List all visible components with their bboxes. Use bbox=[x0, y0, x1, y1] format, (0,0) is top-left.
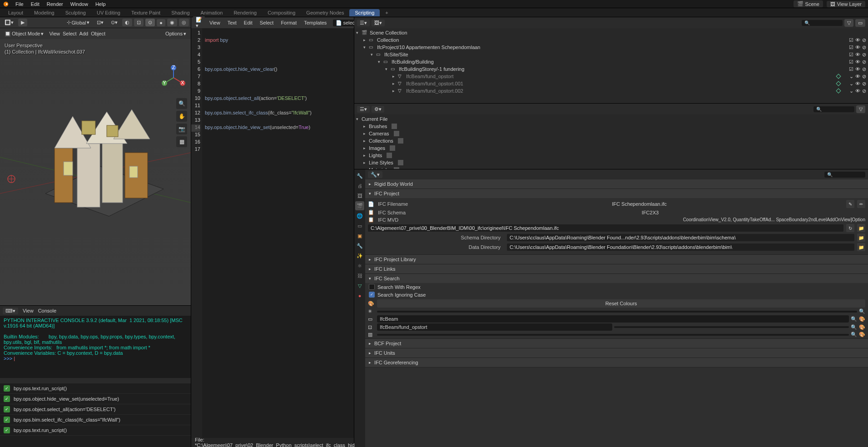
prop-tab-object[interactable]: ▣ bbox=[355, 231, 364, 240]
tab-scripting[interactable]: Scripting bbox=[349, 9, 380, 16]
shading-wire-icon[interactable]: ⊙ bbox=[145, 19, 155, 26]
shading-material-icon[interactable]: ◉ bbox=[167, 19, 177, 26]
search-regex-checkbox[interactable]: Search With Regex bbox=[365, 283, 868, 291]
disclosure-icon[interactable]: ▾ bbox=[378, 60, 383, 64]
viewport-3d[interactable]: User Perspective (1) Collection | IfcWal… bbox=[0, 39, 191, 305]
panel-ifc-search[interactable]: ▾IFC Search bbox=[365, 274, 868, 283]
python-console[interactable]: PYTHON INTERACTIVE CONSOLE 3.9.2 (defaul… bbox=[0, 316, 191, 378]
outliner-row[interactable]: ▾▭IfcSite/Site☑👁⊘ bbox=[354, 51, 868, 58]
text-format-menu[interactable]: Format bbox=[278, 19, 299, 26]
text-text-menu[interactable]: Text bbox=[225, 19, 239, 26]
tab-geometry-nodes[interactable]: Geometry Nodes bbox=[301, 9, 349, 16]
log-entry[interactable]: ✓bpy.ops.object.hide_view_set(unselected… bbox=[0, 394, 191, 404]
zoom-tool-icon[interactable]: 🔍 bbox=[176, 98, 187, 109]
log-entry[interactable]: ✓bpy.ops.object.select_all(action='DESEL… bbox=[0, 404, 191, 415]
reset-colours-button[interactable]: Reset Colours bbox=[377, 299, 865, 308]
outliner-editor-type-dropdown[interactable]: ☰▾ bbox=[357, 20, 370, 26]
menu-window[interactable]: Window bbox=[67, 0, 92, 8]
viewlayer-selector[interactable]: 🖼 View Layer bbox=[827, 1, 865, 7]
text-view-menu[interactable]: View bbox=[207, 19, 223, 26]
search-icon[interactable]: 🔍 bbox=[859, 308, 865, 314]
disclosure-icon[interactable]: ▸ bbox=[363, 168, 369, 169]
disclosure-icon[interactable]: ▸ bbox=[363, 38, 369, 42]
panel-ifc-project[interactable]: ▾IFC Project bbox=[365, 189, 868, 198]
current-file-tree[interactable]: ▾Current File ▸Brushes▸Cameras▸Collectio… bbox=[354, 114, 868, 169]
disclosure-icon[interactable]: ▾ bbox=[385, 67, 391, 71]
text-edit-menu[interactable]: Edit bbox=[241, 19, 255, 26]
outliner-new-collection-icon[interactable]: ▭ bbox=[855, 19, 865, 27]
excl-checkbox-icon[interactable]: ☑ bbox=[849, 37, 853, 43]
ifc-path-field[interactable]: C:\Algemeen\07_prive\00_BlenderBIM_IDM\0… bbox=[368, 224, 843, 232]
category-row[interactable]: ▸Line Styles bbox=[354, 159, 868, 166]
chevron-down-icon[interactable]: ⌄ bbox=[849, 74, 853, 79]
log-entry[interactable]: ✓bpy.ops.text.run_script() bbox=[0, 383, 191, 394]
disable-icon[interactable]: ⊘ bbox=[862, 74, 866, 79]
search-object-field[interactable]: IfcBeam/fund_opstort bbox=[377, 323, 612, 331]
tab-uv-editing[interactable]: UV Editing bbox=[91, 9, 126, 16]
tab-animation[interactable]: Animation bbox=[195, 9, 228, 16]
palette-icon[interactable]: 🎨 bbox=[859, 324, 865, 330]
tab-rendering[interactable]: Rendering bbox=[228, 9, 262, 16]
disable-icon[interactable]: ⊘ bbox=[862, 45, 866, 50]
asset-filter-icon[interactable]: ▽ bbox=[856, 105, 865, 113]
select-menu[interactable]: Select bbox=[63, 31, 77, 36]
eye-icon[interactable]: 👁 bbox=[855, 59, 860, 65]
snap-dropdown[interactable]: ⊡▾ bbox=[94, 19, 106, 26]
disclosure-icon[interactable]: ▸ bbox=[392, 89, 398, 93]
asset-search[interactable]: 🔍 bbox=[813, 106, 854, 112]
object-menu[interactable]: Object bbox=[91, 31, 105, 36]
eye-icon[interactable]: 👁 bbox=[855, 74, 860, 79]
properties-editor-type-dropdown[interactable]: 🔧▾ bbox=[368, 171, 382, 178]
search-class-field[interactable]: IfcBeam bbox=[377, 315, 849, 323]
menu-file[interactable]: File bbox=[12, 0, 27, 8]
panel-ifc-georeferencing[interactable]: ▸IFC Georeferencing bbox=[365, 358, 868, 367]
menu-edit[interactable]: Edit bbox=[27, 0, 43, 8]
category-row[interactable]: ▸Collections bbox=[354, 137, 868, 144]
category-row[interactable]: ▸Lights bbox=[354, 152, 868, 159]
log-entry[interactable]: ✓bpy.ops.text.run_script() bbox=[0, 425, 191, 436]
prop-tab-output[interactable]: 🖨 bbox=[355, 181, 364, 190]
edit-icon[interactable]: ✎ bbox=[846, 200, 854, 208]
console-view-menu[interactable]: View bbox=[23, 308, 34, 313]
eye-icon[interactable]: 👁 bbox=[855, 52, 860, 57]
category-row[interactable]: ▸Materials bbox=[354, 166, 868, 169]
excl-checkbox-icon[interactable]: ☑ bbox=[849, 52, 853, 58]
prop-tab-physics[interactable]: ⚛ bbox=[355, 261, 364, 270]
eye-icon[interactable]: 👁 bbox=[855, 66, 860, 72]
tab-layout[interactable]: Layout bbox=[3, 9, 29, 16]
disclosure-icon[interactable]: ▸ bbox=[392, 74, 398, 79]
prop-tab-material[interactable]: ● bbox=[355, 291, 364, 300]
palette-icon[interactable]: 🎨 bbox=[859, 332, 865, 338]
outliner-row[interactable]: ▸▽IfcBeam/fund_opstort⌄👁⊘ bbox=[354, 73, 868, 80]
prop-tab-modifier[interactable]: 🔧 bbox=[355, 241, 364, 250]
camera-tool-icon[interactable]: 📷 bbox=[176, 124, 187, 134]
view-menu[interactable]: View bbox=[49, 31, 60, 36]
persp-tool-icon[interactable]: ▦ bbox=[176, 136, 187, 147]
panel-ifc-project-library[interactable]: ▸IFC Project Library bbox=[365, 255, 868, 264]
tab-shading[interactable]: Shading bbox=[166, 9, 195, 16]
disable-icon[interactable]: ⊘ bbox=[862, 88, 866, 94]
disclosure-icon[interactable]: ▸ bbox=[363, 146, 369, 150]
menu-help[interactable]: Help bbox=[92, 0, 109, 8]
schema-dir-field[interactable]: C:\Users\cclaus\AppData\Roaming\Blender … bbox=[507, 234, 854, 241]
disable-icon[interactable]: ⊘ bbox=[862, 52, 866, 58]
tab-compositing[interactable]: Compositing bbox=[262, 9, 301, 16]
panel-ifc-links[interactable]: ▸IFC Links bbox=[365, 264, 868, 273]
search-attribute-field[interactable] bbox=[377, 311, 857, 313]
text-templates-menu[interactable]: Templates bbox=[301, 19, 329, 26]
outliner-row[interactable]: ▸▽IfcBeam/fund_opstort.002⌄👁⊘ bbox=[354, 87, 868, 94]
palette-icon[interactable]: 🎨 bbox=[859, 316, 865, 322]
pan-tool-icon[interactable]: ✋ bbox=[176, 111, 187, 122]
prop-tab-render[interactable]: 🔧 bbox=[355, 171, 364, 180]
cursor-tool-icon[interactable]: ▶ bbox=[18, 19, 27, 26]
prop-tab-scene[interactable]: 🎬 bbox=[355, 201, 364, 210]
tab-sculpting[interactable]: Sculpting bbox=[60, 9, 91, 16]
outliner-display-mode[interactable]: 🖼▾ bbox=[372, 20, 385, 26]
chevron-down-icon[interactable]: ⌄ bbox=[849, 88, 853, 94]
tab-add[interactable]: + bbox=[380, 9, 393, 16]
disclosure-icon[interactable]: ▾ bbox=[363, 45, 369, 50]
shading-rendered-icon[interactable]: ◎ bbox=[179, 19, 189, 26]
text-editor-type-dropdown[interactable]: 📝▾ bbox=[193, 16, 205, 29]
prop-tab-world[interactable]: 🌐 bbox=[355, 211, 364, 220]
outliner-filter-icon[interactable]: ▽ bbox=[844, 19, 853, 27]
